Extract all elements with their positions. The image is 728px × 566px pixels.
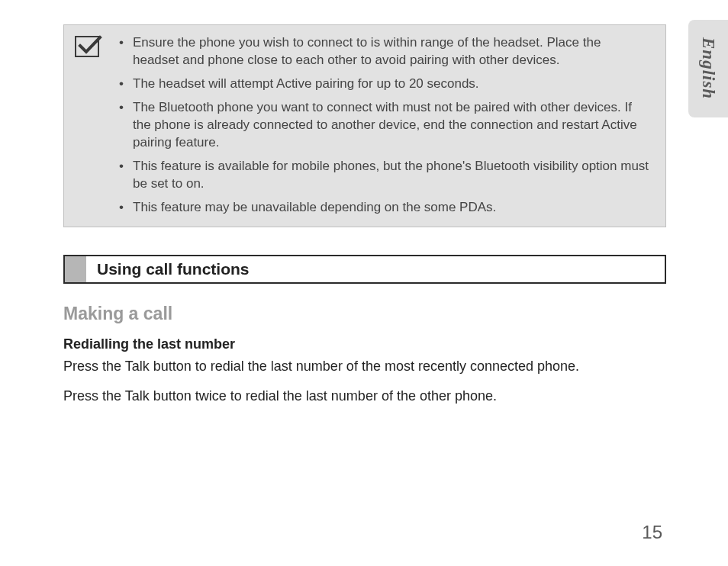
note-item: The headset will attempt Active pairing … [116, 76, 650, 93]
section-heading: Using call functions [63, 255, 666, 284]
checkmark-icon [75, 36, 99, 57]
page-content: Ensure the phone you wish to connect to … [63, 24, 666, 405]
note-item: This feature may be unavailable dependin… [116, 199, 650, 217]
page-number: 15 [642, 522, 662, 543]
note-box: Ensure the phone you wish to connect to … [63, 24, 666, 227]
note-list: Ensure the phone you wish to connect to … [116, 34, 650, 216]
note-item: Ensure the phone you wish to connect to … [116, 34, 650, 69]
section-heading-accent [65, 256, 86, 282]
body-paragraph: Press the Talk button to redial the last… [63, 357, 666, 375]
subsection-subheading: Redialling the last number [63, 336, 666, 352]
section-title: Using call functions [86, 256, 250, 282]
language-tab: English [688, 20, 728, 117]
language-tab-label: English [698, 37, 718, 99]
note-item: This feature is available for mobile pho… [116, 158, 650, 193]
subsection-title: Making a call [63, 304, 666, 324]
body-paragraph: Press the Talk button twice to redial th… [63, 387, 666, 405]
note-item: The Bluetooth phone you want to connect … [116, 99, 650, 152]
